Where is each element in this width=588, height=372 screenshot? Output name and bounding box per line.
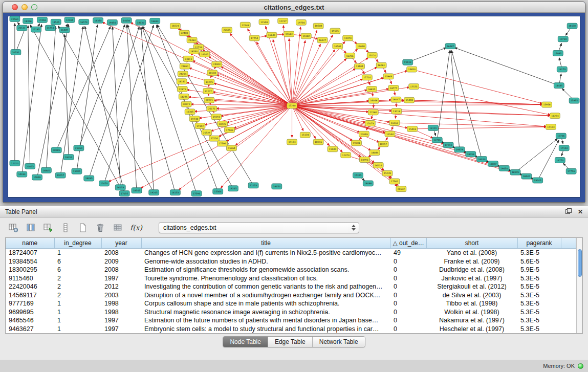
row-height-icon[interactable] <box>58 221 73 234</box>
graph-node[interactable]: 16127 <box>317 37 328 43</box>
graph-node[interactable]: 12875 <box>177 86 187 92</box>
cell-short[interactable]: de Silva et al. (2003) <box>426 291 517 300</box>
graph-node[interactable]: 18508 <box>313 23 323 29</box>
cell-year[interactable]: 1997 <box>101 325 141 334</box>
graph-node[interactable]: 20571 <box>181 101 191 107</box>
graph-node[interactable]: 16224 <box>550 113 560 119</box>
graph-node[interactable]: 16310 <box>477 157 487 162</box>
graph-node[interactable]: 14034 <box>121 17 132 23</box>
graph-node[interactable]: 19051 <box>63 155 74 160</box>
graph-node[interactable]: 12706 <box>556 133 566 139</box>
graph-node[interactable]: 15134 <box>300 132 310 138</box>
graph-node[interactable]: 17103 <box>546 124 556 130</box>
tab-edge-table[interactable]: Edge Table <box>268 337 312 347</box>
graph-node[interactable]: 14275 <box>179 94 189 99</box>
graph-node[interactable]: 18442 <box>521 173 532 179</box>
graph-node[interactable]: 14275 <box>204 79 214 85</box>
table-row[interactable]: 977716911998Corpus callosum shape and si… <box>6 299 576 308</box>
cell-name[interactable]: 9699695 <box>6 308 54 317</box>
graph-node[interactable]: 15493 <box>407 126 418 132</box>
cell-title[interactable]: Investigating the contribution of common… <box>141 282 390 291</box>
graph-node[interactable]: 18545 <box>132 188 142 193</box>
graph-node[interactable]: 19257 <box>55 172 66 178</box>
graph-node[interactable]: 18224 <box>170 23 180 29</box>
cell-short[interactable]: Yano et al. (2008) <box>426 249 517 257</box>
cell-short[interactable]: Jankovic et al. (1997) <box>426 274 517 283</box>
graph-node[interactable]: 17035 <box>119 191 129 196</box>
table-row[interactable]: 969969511998Structural magnetic resonanc… <box>6 308 576 317</box>
graph-node[interactable]: 18088 <box>363 181 373 186</box>
graph-node[interactable]: 19613 <box>284 31 294 37</box>
graph-node[interactable]: 18059 <box>466 151 476 157</box>
graph-node[interactable]: 16305 <box>185 109 195 115</box>
graph-node[interactable]: 15049 <box>328 146 338 152</box>
cell-year[interactable]: 2009 <box>101 257 141 266</box>
graph-node[interactable]: 12153 <box>248 183 258 188</box>
graph-node[interactable]: 16153 <box>170 190 180 195</box>
graph-node[interactable]: 19245 <box>533 178 543 183</box>
graph-node[interactable]: 15474 <box>343 35 353 41</box>
table-scrollbar-thumb[interactable] <box>578 249 582 277</box>
graph-node[interactable]: 15935 <box>553 51 563 56</box>
table-row[interactable]: 946554611997Estimation of the future num… <box>6 316 576 325</box>
column-header-year[interactable]: year <box>101 238 141 249</box>
column-header-out_degree[interactable]: △ out_de… <box>390 238 426 249</box>
cell-in_degree[interactable]: 1 <box>54 325 101 334</box>
graph-node[interactable]: 21529 <box>202 129 212 135</box>
graph-node[interactable]: 18450 <box>272 184 282 189</box>
edit-table-icon[interactable] <box>41 221 55 234</box>
graph-node[interactable]: 15249 <box>382 170 393 176</box>
graph-node[interactable]: 12470 <box>341 152 351 158</box>
graph-node[interactable]: 14435 <box>554 83 564 89</box>
function-builder-icon[interactable]: f(x) <box>128 224 144 232</box>
graph-node[interactable]: 19738 <box>189 116 200 122</box>
graph-node[interactable]: 15958 <box>542 102 552 107</box>
graph-node[interactable]: 16256 <box>345 53 355 58</box>
graph-node[interactable]: 15448 <box>404 97 415 103</box>
cell-pagerank[interactable]: 5.3E-5 <box>517 299 561 308</box>
cell-name[interactable]: 9465546 <box>6 316 54 325</box>
graph-node[interactable]: 24850 <box>407 67 417 72</box>
graph-node[interactable]: 19301 <box>352 140 362 146</box>
graph-node[interactable]: 17993 <box>443 142 453 148</box>
graph-node[interactable]: 16805 <box>41 167 51 173</box>
graph-node[interactable]: 21463 <box>187 37 197 43</box>
graph-node[interactable]: 19734 <box>558 36 568 42</box>
cell-title[interactable]: Tourette syndrome. Phenomenology and cla… <box>141 274 390 283</box>
graph-node[interactable]: 14618 <box>356 43 366 49</box>
graph-node[interactable]: 15963 <box>383 74 394 79</box>
graph-node[interactable]: 18777 <box>388 85 399 91</box>
cell-out_degree[interactable]: 0 <box>390 308 426 317</box>
float-panel-icon[interactable] <box>565 208 572 215</box>
graph-node[interactable]: 12217 <box>278 18 288 24</box>
cell-pagerank[interactable]: 5.3E-5 <box>517 291 561 300</box>
graph-node[interactable]: 15582 <box>301 33 311 39</box>
cell-in_degree[interactable]: 1 <box>54 308 101 317</box>
cell-out_degree[interactable]: 0 <box>390 316 426 325</box>
graph-node[interactable]: 19575 <box>330 28 340 34</box>
graph-node[interactable]: 12227 <box>203 89 213 94</box>
graph-node[interactable]: 14754 <box>45 25 55 31</box>
graph-node[interactable]: 11020 <box>10 161 20 166</box>
graph-node[interactable]: 16547 <box>200 52 210 57</box>
zoom-window-button[interactable] <box>31 4 37 10</box>
graph-node[interactable]: 18130 <box>136 19 146 25</box>
table-row[interactable]: 2242004622012Investigating the contribut… <box>6 282 576 291</box>
cell-out_degree[interactable]: 0 <box>390 282 426 291</box>
tab-node-table[interactable]: Node Table <box>223 337 268 347</box>
cell-pagerank[interactable]: 5.9E-5 <box>517 266 561 274</box>
cell-name[interactable]: 14569117 <box>6 291 54 300</box>
cell-pagerank[interactable]: 5.5E-5 <box>517 282 561 291</box>
cell-pagerank[interactable]: 5.3E-5 <box>517 249 561 257</box>
cell-name[interactable]: 19384554 <box>6 257 54 266</box>
graph-node[interactable]: 17509 <box>225 127 235 133</box>
cell-year[interactable]: 1997 <box>101 316 141 325</box>
graph-node[interactable]: 24004 <box>212 61 222 67</box>
graph-node[interactable]: 18084 <box>369 150 380 156</box>
graph-node[interactable]: 18356 <box>23 18 33 24</box>
graph-node[interactable]: 25260 <box>74 145 84 151</box>
graph-node[interactable]: 12004 <box>64 17 75 23</box>
graph-node[interactable]: 16487 <box>445 43 455 49</box>
graph-node[interactable]: 17714 <box>362 75 372 80</box>
cell-in_degree[interactable]: 1 <box>54 299 101 308</box>
